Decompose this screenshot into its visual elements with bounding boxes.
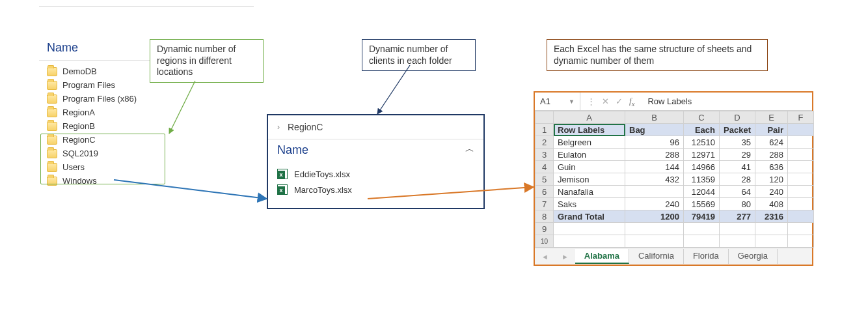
cell[interactable]: 12510 bbox=[684, 136, 720, 149]
sheet-tab[interactable]: Georgia bbox=[729, 249, 778, 264]
col-header[interactable]: B bbox=[625, 111, 684, 124]
cell[interactable]: 12971 bbox=[684, 149, 720, 161]
row-number[interactable]: 7 bbox=[536, 198, 554, 210]
cell[interactable]: 408 bbox=[755, 198, 788, 210]
cell[interactable]: 636 bbox=[755, 161, 788, 173]
cell[interactable]: 432 bbox=[625, 173, 684, 186]
row-number[interactable]: 4 bbox=[536, 161, 554, 173]
row-number[interactable]: 2 bbox=[536, 136, 554, 149]
breadcrumb[interactable]: › RegionC bbox=[268, 115, 483, 139]
row-number[interactable]: 5 bbox=[536, 173, 554, 186]
cell[interactable]: 96 bbox=[625, 136, 684, 149]
accept-icon[interactable]: ✓ bbox=[616, 96, 623, 106]
cell[interactable]: Nanafalia bbox=[554, 186, 625, 198]
cell[interactable] bbox=[788, 124, 814, 136]
cell[interactable]: 240 bbox=[625, 198, 684, 210]
row-number[interactable]: 10 bbox=[536, 235, 554, 248]
cell[interactable]: Packet bbox=[720, 124, 755, 136]
cell[interactable] bbox=[788, 186, 814, 198]
cell[interactable] bbox=[788, 210, 814, 223]
cell[interactable]: 120 bbox=[755, 173, 788, 186]
folder-item[interactable]: Users bbox=[39, 160, 169, 174]
row-number[interactable]: 8 bbox=[536, 210, 554, 223]
file-item[interactable]: MarcoToys.xlsx bbox=[268, 182, 483, 197]
cell[interactable] bbox=[788, 136, 814, 149]
formula-value[interactable]: Row Labels bbox=[641, 96, 698, 106]
cell[interactable]: 1200 bbox=[625, 210, 684, 223]
folder-label: RegionB bbox=[62, 121, 95, 131]
corner-cell[interactable] bbox=[536, 111, 554, 124]
detail-panel: › RegionC Name ︿ EddieToys.xlsx MarcoToy… bbox=[267, 114, 485, 209]
table-row: 10 bbox=[536, 235, 814, 248]
cell[interactable]: Each bbox=[684, 124, 720, 136]
cancel-icon[interactable]: ✕ bbox=[602, 96, 609, 106]
cell[interactable]: 35 bbox=[720, 136, 755, 149]
detail-column-header[interactable]: Name bbox=[277, 143, 308, 157]
row-number[interactable]: 3 bbox=[536, 149, 554, 161]
folder-icon bbox=[47, 177, 57, 186]
dropdown-icon[interactable]: ▼ bbox=[569, 98, 575, 105]
tab-nav-prev-icon[interactable]: ◄ bbox=[535, 253, 555, 261]
cell[interactable]: Row Labels bbox=[554, 124, 625, 136]
cell[interactable]: Eulaton bbox=[554, 149, 625, 161]
cell[interactable]: Jemison bbox=[554, 173, 625, 186]
cell[interactable] bbox=[788, 173, 814, 186]
row-number[interactable]: 1 bbox=[536, 124, 554, 136]
formula-bar: A1 ▼ ⋮ ✕ ✓ fx Row Labels bbox=[535, 93, 812, 111]
cell[interactable]: 12044 bbox=[684, 186, 720, 198]
cell[interactable]: 80 bbox=[720, 198, 755, 210]
cell[interactable]: Grand Total bbox=[554, 210, 625, 223]
col-header[interactable]: E bbox=[755, 111, 788, 124]
row-number[interactable]: 6 bbox=[536, 186, 554, 198]
sheet-tab[interactable]: Florida bbox=[684, 249, 729, 264]
cell[interactable]: 79419 bbox=[684, 210, 720, 223]
col-header[interactable]: C bbox=[684, 111, 720, 124]
formula-tools: ⋮ ✕ ✓ fx bbox=[580, 96, 641, 108]
cell[interactable]: 288 bbox=[625, 149, 684, 161]
spreadsheet[interactable]: A B C D E F 1 Row Labels Bag Each Packet… bbox=[535, 111, 814, 248]
sort-chevron-icon[interactable]: ︿ bbox=[465, 143, 474, 157]
tab-nav-next-icon[interactable]: ► bbox=[555, 253, 575, 261]
name-box[interactable]: A1 ▼ bbox=[535, 93, 580, 110]
cell[interactable]: 14966 bbox=[684, 161, 720, 173]
row-number[interactable]: 9 bbox=[536, 223, 554, 235]
col-header[interactable]: D bbox=[720, 111, 755, 124]
cell[interactable]: 28 bbox=[720, 173, 755, 186]
cell[interactable] bbox=[788, 161, 814, 173]
cell[interactable]: 29 bbox=[720, 149, 755, 161]
cell[interactable]: 624 bbox=[755, 136, 788, 149]
cell[interactable] bbox=[625, 186, 684, 198]
folder-item[interactable]: Program Files (x86) bbox=[39, 92, 169, 106]
cell[interactable]: 11359 bbox=[684, 173, 720, 186]
divider-icon: ⋮ bbox=[587, 96, 595, 106]
file-label: EddieToys.xlsx bbox=[294, 169, 350, 179]
cell[interactable]: Guin bbox=[554, 161, 625, 173]
cell[interactable]: 41 bbox=[720, 161, 755, 173]
cell[interactable]: Bag bbox=[625, 124, 684, 136]
cell[interactable]: 288 bbox=[755, 149, 788, 161]
sheet-tab[interactable]: California bbox=[629, 249, 684, 264]
cell[interactable]: 64 bbox=[720, 186, 755, 198]
col-header[interactable]: F bbox=[788, 111, 814, 124]
folder-item[interactable]: RegionC bbox=[39, 133, 169, 147]
file-item[interactable]: EddieToys.xlsx bbox=[268, 166, 483, 182]
cell[interactable]: Pair bbox=[755, 124, 788, 136]
cell[interactable]: Belgreen bbox=[554, 136, 625, 149]
col-header[interactable]: A bbox=[554, 111, 625, 124]
folder-item[interactable]: Windows bbox=[39, 174, 169, 188]
cell[interactable]: 2316 bbox=[755, 210, 788, 223]
cell[interactable]: 277 bbox=[720, 210, 755, 223]
cell[interactable]: 144 bbox=[625, 161, 684, 173]
breadcrumb-label: RegionC bbox=[288, 122, 323, 132]
sheet-tab[interactable]: Alabama bbox=[575, 249, 629, 264]
sheet-tab-strip: ◄ ► AlabamaCaliforniaFloridaGeorgia bbox=[535, 248, 812, 265]
cell[interactable]: Saks bbox=[554, 198, 625, 210]
folder-item[interactable]: RegionB bbox=[39, 119, 169, 133]
cell[interactable]: 15569 bbox=[684, 198, 720, 210]
folder-item[interactable]: RegionA bbox=[39, 106, 169, 119]
folder-item[interactable]: SQL2019 bbox=[39, 147, 169, 160]
fx-icon[interactable]: fx bbox=[629, 96, 634, 108]
cell[interactable] bbox=[788, 149, 814, 161]
cell[interactable]: 240 bbox=[755, 186, 788, 198]
cell[interactable] bbox=[788, 198, 814, 210]
